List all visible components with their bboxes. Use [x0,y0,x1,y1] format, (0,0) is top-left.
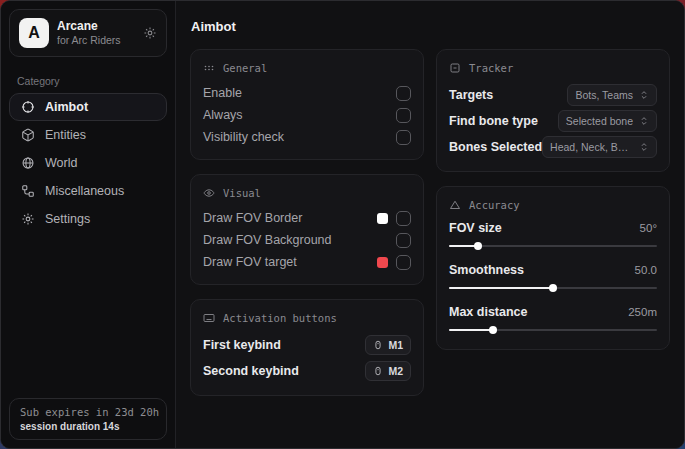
crosshair-icon [21,100,35,114]
card-title: Visual [223,187,261,199]
session-duration: session duration 14s [20,421,156,432]
setting-label: Targets [449,88,493,102]
card-general: General Enable Always Visibility check [190,49,424,160]
card-title: Tracker [469,62,513,74]
bones-selected-dropdown[interactable]: Head, Neck, Body, Fe... [542,136,657,158]
setting-label: Always [203,108,243,122]
card-visual: Visual Draw FOV Border Draw FOV Backgrou… [190,174,424,285]
grid-dots-icon [203,62,215,74]
slider-value: 250m [628,306,657,318]
first-keybind-button[interactable]: M1 [365,335,411,355]
setting-label: Max distance [449,305,528,319]
sidebar-item-label: Settings [45,212,90,226]
category-label: Category [17,75,159,87]
gear-icon[interactable] [143,26,157,40]
setting-label: Bones Selected [449,140,542,154]
sidebar: A Arcane for Arc Riders Category [1,1,176,448]
app-subtitle: for Arc Riders [57,34,121,47]
fov-size-slider[interactable] [449,240,657,252]
box-icon [21,128,35,142]
always-checkbox[interactable] [396,108,411,123]
slider-thumb[interactable] [549,284,557,292]
globe-icon [21,156,35,170]
card-title: Accuracy [469,199,520,211]
sidebar-item-world[interactable]: World [9,149,167,177]
dropdown-value: Bots, Teams [575,89,633,101]
settings-icon [21,212,35,226]
setting-label: Smoothness [449,263,524,277]
subscription-expiry: Sub expires in 23d 20h [20,406,156,418]
app-name: Arcane [57,19,121,34]
slider-thumb[interactable] [474,242,482,250]
setting-label: First keybind [203,338,281,352]
square-minus-icon [449,62,461,74]
app-logo-card: A Arcane for Arc Riders [9,9,167,57]
sidebar-item-settings[interactable]: Settings [9,205,167,233]
targets-dropdown[interactable]: Bots, Teams [567,84,657,106]
card-title: Activation buttons [223,312,337,324]
workflow-icon [21,184,35,198]
mouse-icon [373,340,383,350]
setting-label: Second keybind [203,364,299,378]
card-activation-buttons: Activation buttons First keybind M1 [190,299,424,396]
sidebar-item-miscellaneous[interactable]: Miscellaneous [9,177,167,205]
smoothness-slider[interactable] [449,282,657,294]
setting-label: Find bone type [449,114,538,128]
sidebar-item-entities[interactable]: Entities [9,121,167,149]
main-content: Aimbot General Enable [176,1,684,448]
app-logo: A [19,18,49,48]
keybind-value: M1 [388,339,403,351]
find-bone-type-dropdown[interactable]: Selected bone [558,110,657,132]
fov-target-color-swatch[interactable] [377,257,388,268]
setting-label: FOV size [449,221,502,235]
fov-border-color-swatch[interactable] [377,213,388,224]
sidebar-item-label: Aimbot [45,100,88,114]
setting-label: Enable [203,86,242,100]
card-title: General [223,62,267,74]
setting-label: Draw FOV Background [203,233,332,247]
sidebar-item-aimbot[interactable]: Aimbot [9,93,167,121]
subscription-info-box: Sub expires in 23d 20h session duration … [9,398,167,440]
fov-border-checkbox[interactable] [396,211,411,226]
slider-value: 50° [640,222,657,234]
dropdown-value: Head, Neck, Body, Fe... [550,141,633,153]
sidebar-item-label: Miscellaneous [45,184,124,198]
chevrons-up-down-icon [639,142,649,152]
setting-label: Draw FOV Border [203,211,302,225]
visibility-check-checkbox[interactable] [396,130,411,145]
setting-label: Visibility check [203,130,284,144]
keyboard-icon [203,312,215,324]
eye-icon [203,187,215,199]
card-accuracy: Accuracy FOV size 50° [436,186,670,350]
app-window: A Arcane for Arc Riders Category [0,0,685,449]
page-title: Aimbot [191,19,670,34]
card-tracker: Tracker Targets Bots, Teams [436,49,670,172]
sidebar-item-label: World [45,156,77,170]
dropdown-value: Selected bone [566,115,633,127]
mouse-icon [373,366,383,376]
second-keybind-button[interactable]: M2 [365,361,411,381]
chevrons-up-down-icon [639,116,649,126]
triangle-icon [449,199,461,211]
slider-thumb[interactable] [489,326,497,334]
keybind-value: M2 [388,365,403,377]
enable-checkbox[interactable] [396,86,411,101]
slider-value: 50.0 [635,264,657,276]
sidebar-item-label: Entities [45,128,86,142]
sidebar-nav: Aimbot Entities World [1,93,175,233]
fov-target-checkbox[interactable] [396,255,411,270]
max-distance-slider[interactable] [449,324,657,336]
fov-background-checkbox[interactable] [396,233,411,248]
chevrons-up-down-icon [639,90,649,100]
setting-label: Draw FOV target [203,255,297,269]
